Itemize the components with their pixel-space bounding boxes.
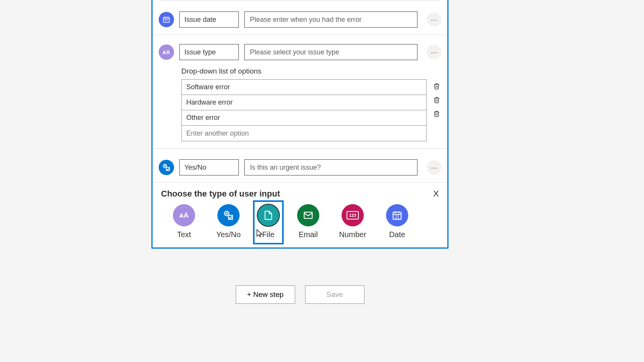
trash-icon[interactable] bbox=[432, 110, 441, 118]
yesno-icon bbox=[159, 160, 174, 175]
new-step-button[interactable]: + New step bbox=[236, 285, 295, 304]
text-icon: ᴀA bbox=[173, 204, 195, 226]
dropdown-option-new[interactable] bbox=[182, 126, 426, 141]
type-label: Email bbox=[299, 230, 318, 239]
input-type-number[interactable]: 123 Number bbox=[337, 204, 368, 239]
dropdown-options-label: Drop-down list of options bbox=[181, 67, 447, 75]
ellipsis-icon: ··· bbox=[431, 15, 437, 24]
dropdown-option-input[interactable] bbox=[182, 110, 426, 126]
more-options-button[interactable]: ··· bbox=[427, 12, 441, 27]
input-name-field[interactable] bbox=[179, 11, 239, 28]
input-description-field[interactable] bbox=[244, 159, 417, 175]
input-type-text[interactable]: ᴀA Text bbox=[169, 204, 199, 239]
calendar-icon: 21 bbox=[386, 204, 408, 226]
input-description-field[interactable] bbox=[244, 44, 417, 60]
ellipsis-icon: ··· bbox=[431, 48, 437, 57]
svg-text:21: 21 bbox=[165, 19, 168, 22]
input-type-email[interactable]: Email bbox=[293, 204, 324, 239]
email-icon bbox=[297, 204, 319, 226]
type-label: Yes/No bbox=[216, 230, 241, 239]
ellipsis-icon: ··· bbox=[431, 163, 437, 172]
more-options-button[interactable]: ··· bbox=[427, 45, 441, 59]
text-icon: ᴀA bbox=[159, 44, 174, 60]
more-options-button[interactable]: ··· bbox=[427, 160, 441, 175]
calendar-icon: 21 bbox=[159, 12, 174, 27]
input-type-date[interactable]: 21 Date bbox=[382, 204, 412, 239]
input-section-yesno: ··· bbox=[153, 149, 447, 183]
input-type-yesno[interactable]: Yes/No bbox=[213, 204, 244, 239]
type-label: Text bbox=[177, 230, 191, 239]
trash-icon[interactable] bbox=[432, 96, 441, 104]
input-description-field[interactable] bbox=[244, 11, 417, 28]
input-name-field[interactable] bbox=[179, 159, 239, 175]
type-label: File bbox=[262, 230, 274, 239]
designer-footer: + New step Save bbox=[151, 285, 449, 304]
trigger-card: 21 ··· ᴀA ··· Drop-down list of options bbox=[151, 0, 449, 249]
svg-text:21: 21 bbox=[395, 215, 399, 219]
yesno-icon bbox=[217, 204, 240, 226]
dropdown-option-input[interactable] bbox=[182, 95, 426, 110]
dropdown-options-list bbox=[153, 79, 447, 141]
dropdown-option-input[interactable] bbox=[182, 80, 426, 95]
close-button[interactable]: X bbox=[433, 189, 439, 199]
trash-icon[interactable] bbox=[432, 82, 441, 90]
svg-text:123: 123 bbox=[349, 213, 356, 218]
input-type-chooser: Choose the type of user input X ᴀA Text … bbox=[153, 183, 447, 247]
input-section-date: 21 ··· bbox=[153, 1, 447, 35]
type-label: Date bbox=[389, 230, 405, 239]
input-name-field[interactable] bbox=[179, 44, 239, 60]
chooser-title: Choose the type of user input bbox=[161, 189, 280, 199]
input-type-file[interactable]: File bbox=[253, 200, 284, 244]
input-section-type: ᴀA ··· Drop-down list of options bbox=[153, 35, 447, 149]
save-button[interactable]: Save bbox=[305, 285, 365, 304]
type-label: Number bbox=[339, 230, 366, 239]
number-icon: 123 bbox=[342, 204, 364, 226]
file-icon bbox=[257, 204, 279, 226]
